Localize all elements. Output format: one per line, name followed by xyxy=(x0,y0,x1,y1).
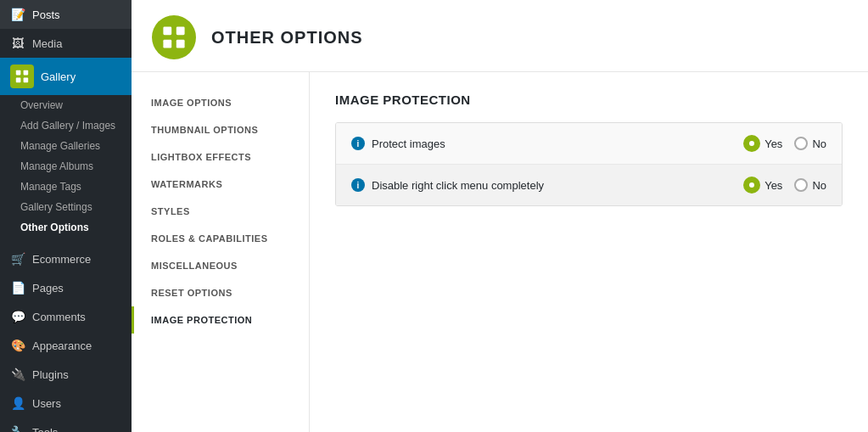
sidebar-sub-overview[interactable]: Overview xyxy=(0,95,132,115)
pages-icon: 📄 xyxy=(10,280,25,295)
appearance-icon: 🎨 xyxy=(10,338,25,353)
sidebar-label-plugins: Plugins xyxy=(32,368,69,381)
sidebar-sub-manage-albums[interactable]: Manage Albums xyxy=(0,156,132,177)
subnav-lightbox-effects[interactable]: LIGHTBOX EFFECTS xyxy=(132,143,309,171)
sidebar-item-pages[interactable]: 📄 Pages xyxy=(0,273,132,302)
subnav-miscellaneous[interactable]: MISCELLANEOUS xyxy=(132,252,309,279)
sidebar-item-plugins[interactable]: 🔌 Plugins xyxy=(0,360,132,389)
ecommerce-icon: 🛒 xyxy=(10,251,25,266)
disable-right-click-label: Disable right click menu completely xyxy=(372,179,544,192)
option-label-group-2: i Disable right click menu completely xyxy=(351,178,544,192)
option-row-disable-right-click: i Disable right click menu completely Ye… xyxy=(336,165,842,205)
svg-rect-3 xyxy=(24,78,29,83)
media-icon: 🖼 xyxy=(10,36,25,51)
sidebar-item-media[interactable]: 🖼 Media xyxy=(0,29,132,58)
tools-icon: 🔧 xyxy=(10,424,25,432)
sidebar-sub-gallery-settings[interactable]: Gallery Settings xyxy=(0,197,132,217)
option-label-group: i Protect images xyxy=(351,137,445,150)
sidebar-sub-add-gallery[interactable]: Add Gallery / Images xyxy=(0,115,132,136)
subnav-image-options[interactable]: IMAGE OPTIONS xyxy=(132,89,309,116)
svg-rect-4 xyxy=(163,26,171,35)
main-panel: IMAGE PROTECTION i Protect images Yes xyxy=(310,72,868,432)
svg-rect-7 xyxy=(176,40,185,48)
sidebar-sub-manage-galleries[interactable]: Manage Galleries xyxy=(0,136,132,156)
right-click-no-option[interactable]: No xyxy=(794,178,826,192)
sidebar-label-users: Users xyxy=(32,397,61,410)
svg-rect-0 xyxy=(16,70,21,76)
sidebar-item-comments[interactable]: 💬 Comments xyxy=(0,302,132,331)
main-content: OTHER OPTIONS IMAGE OPTIONS THUMBNAIL OP… xyxy=(132,0,868,432)
svg-rect-6 xyxy=(163,40,171,48)
section-title: IMAGE PROTECTION xyxy=(335,93,843,107)
sidebar: 📝 Posts 🖼 Media Gallery Overview Add Gal… xyxy=(0,0,132,432)
no-radio-protect[interactable] xyxy=(794,137,808,150)
sidebar-label-comments: Comments xyxy=(32,311,86,323)
content-area: IMAGE OPTIONS THUMBNAIL OPTIONS LIGHTBOX… xyxy=(132,72,868,432)
right-click-yes-option[interactable]: Yes xyxy=(743,177,782,194)
subnav-thumbnail-options[interactable]: THUMBNAIL OPTIONS xyxy=(132,116,309,143)
sub-navigation: IMAGE OPTIONS THUMBNAIL OPTIONS LIGHTBOX… xyxy=(132,72,310,432)
sidebar-label-pages: Pages xyxy=(32,282,64,295)
users-icon: 👤 xyxy=(10,396,25,411)
subnav-reset-options[interactable]: RESET OPTIONS xyxy=(132,279,309,306)
info-icon-protect[interactable]: i xyxy=(351,137,365,150)
sidebar-label-ecommerce: Ecommerce xyxy=(32,253,91,266)
sidebar-label-media: Media xyxy=(32,37,62,50)
svg-point-8 xyxy=(749,141,754,146)
svg-rect-2 xyxy=(16,78,21,83)
sidebar-label-appearance: Appearance xyxy=(32,339,92,352)
page-header: OTHER OPTIONS xyxy=(132,0,868,72)
sidebar-label-tools: Tools xyxy=(32,426,58,433)
sidebar-label-posts: Posts xyxy=(32,8,60,21)
yes-toggle-right-click[interactable] xyxy=(743,177,760,194)
sidebar-item-posts[interactable]: 📝 Posts xyxy=(0,0,132,29)
sidebar-sub-manage-tags[interactable]: Manage Tags xyxy=(0,177,132,197)
subnav-watermarks[interactable]: WATERMARKS xyxy=(132,171,309,198)
gallery-icon xyxy=(10,65,34,88)
page-title: OTHER OPTIONS xyxy=(211,28,363,48)
svg-rect-5 xyxy=(176,26,185,35)
comments-icon: 💬 xyxy=(10,309,25,324)
options-table: i Protect images Yes No xyxy=(335,122,843,206)
no-radio-right-click[interactable] xyxy=(794,178,808,192)
sidebar-item-ecommerce[interactable]: 🛒 Ecommerce xyxy=(0,244,132,273)
sidebar-item-gallery[interactable]: Gallery xyxy=(0,58,132,95)
plugins-icon: 🔌 xyxy=(10,367,25,382)
sidebar-sub-other-options[interactable]: Other Options xyxy=(0,217,132,238)
radio-group-protect: Yes No xyxy=(743,135,826,152)
radio-group-right-click: Yes No xyxy=(743,177,826,194)
svg-rect-1 xyxy=(24,70,29,76)
option-row-protect-images: i Protect images Yes No xyxy=(336,123,842,165)
sidebar-label-gallery: Gallery xyxy=(41,70,76,83)
protect-yes-option[interactable]: Yes xyxy=(743,135,782,152)
sidebar-item-users[interactable]: 👤 Users xyxy=(0,389,132,418)
sidebar-item-tools[interactable]: 🔧 Tools xyxy=(0,418,132,432)
subnav-styles[interactable]: STYLES xyxy=(132,198,309,225)
sidebar-item-appearance[interactable]: 🎨 Appearance xyxy=(0,331,132,360)
yes-toggle-protect[interactable] xyxy=(743,135,760,152)
protect-no-option[interactable]: No xyxy=(794,137,826,150)
subnav-image-protection[interactable]: IMAGE PROTECTION xyxy=(132,306,309,334)
page-header-icon xyxy=(152,15,196,59)
info-icon-right-click[interactable]: i xyxy=(351,178,365,192)
subnav-roles-capabilities[interactable]: ROLES & CAPABILITIES xyxy=(132,225,309,252)
svg-point-9 xyxy=(749,182,754,188)
posts-icon: 📝 xyxy=(10,7,25,22)
protect-images-label: Protect images xyxy=(372,137,445,150)
